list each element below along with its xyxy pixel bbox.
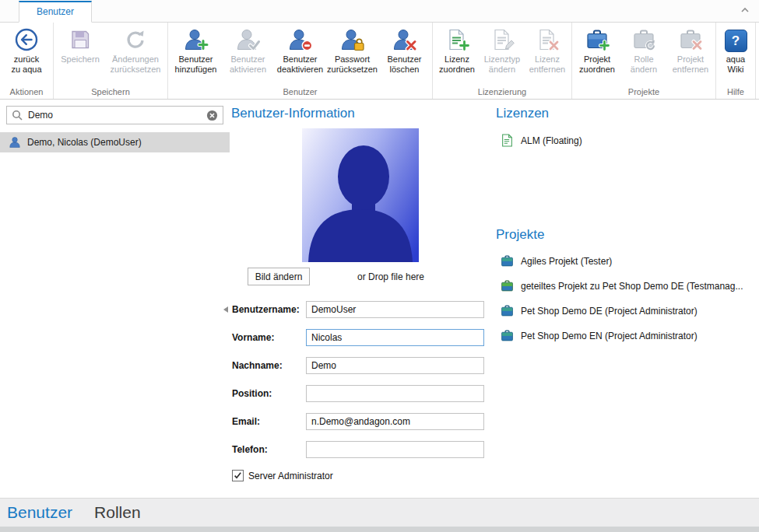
licenses-title: Lizenzen [496, 106, 549, 121]
change-license-type-label: Lizenztyp ändern [484, 54, 520, 75]
project-item-label: Pet Shop Demo DE (Project Administrator) [521, 306, 698, 317]
nachname-input[interactable] [306, 357, 484, 374]
bottom-tab-rollen[interactable]: Rollen [94, 503, 141, 522]
project-briefcase-icon [501, 304, 514, 317]
search-input[interactable] [26, 109, 202, 121]
group-caption-speichern: Speichern [54, 87, 167, 99]
ribbon-group-hilfe: ? aqua Wiki Hilfe [716, 23, 756, 99]
assign-project-label: Projekt zuordnen [579, 54, 615, 75]
form-row-telefon: Telefon: [231, 441, 488, 460]
bottom-tab-benutzer[interactable]: Benutzer [7, 503, 72, 522]
bottom-tabbar: Benutzer Rollen [0, 498, 759, 527]
nachname-label: Nachname: [232, 360, 283, 371]
reset-password-button[interactable]: Passwort zurücksetzen [326, 23, 378, 87]
aqua-wiki-button[interactable]: ? aqua Wiki [718, 23, 754, 87]
delete-user-button[interactable]: Benutzer löschen [378, 23, 430, 87]
change-license-type-button: Lizenztyp ändern [480, 23, 525, 87]
group-caption-aktionen: Aktionen [0, 87, 53, 99]
telefon-input[interactable] [306, 441, 484, 458]
position-input[interactable] [306, 385, 484, 402]
search-icon [12, 110, 23, 121]
license-change-icon [490, 27, 515, 52]
ribbon-group-speichern: Speichern Änderungen zurücksetzen Speich… [54, 23, 168, 99]
remove-license-label: Lizenz entfernen [529, 54, 565, 75]
user-info-title: Benutzer-Information [231, 106, 355, 121]
project-item-label: Agiles Projekt (Tester) [521, 256, 612, 267]
user-add-icon [184, 27, 209, 52]
deactivate-user-button[interactable]: Benutzer deaktivieren [274, 23, 326, 87]
license-icon [501, 134, 514, 147]
server-admin-label: Server Administrator [248, 471, 333, 481]
email-input[interactable] [306, 413, 484, 430]
form-row-benutzername: Benutzername: [231, 301, 488, 320]
avatar-silhouette-icon [302, 128, 419, 262]
back-arrow-icon [14, 27, 39, 52]
ribbon: zurück zu aqua Aktionen Speichern Änderu… [0, 23, 759, 100]
license-assign-icon [445, 27, 469, 52]
server-admin-row: Server Administrator [232, 470, 333, 481]
remove-license-button: Lizenz entfernen [525, 23, 570, 87]
vorname-input[interactable] [306, 329, 484, 346]
remove-project-button: Projekt entfernen [667, 23, 714, 87]
add-user-label: Benutzer hinzufügen [175, 54, 217, 75]
deactivate-user-label: Benutzer deaktivieren [277, 54, 323, 75]
user-list-panel: Demo, Nicolas (DemoUser) [0, 100, 230, 498]
group-caption-hilfe: Hilfe [716, 87, 755, 99]
telefon-label: Telefon: [232, 444, 268, 455]
ribbon-tabstrip: Benutzer [0, 0, 759, 23]
activate-user-button: Benutzer aktivieren [222, 23, 274, 87]
project-remove-icon [678, 27, 703, 52]
user-delete-icon [392, 27, 417, 52]
project-list-item: Pet Shop Demo DE (Project Administrator) [501, 304, 698, 317]
check-icon [234, 471, 242, 480]
add-user-button[interactable]: Benutzer hinzufügen [170, 23, 222, 87]
projects-title: Projekte [496, 227, 544, 243]
bottom-strip [0, 527, 759, 532]
password-lock-icon [340, 27, 365, 52]
benutzername-label: Benutzername: [232, 304, 300, 315]
back-to-aqua-button[interactable]: zurück zu aqua [2, 23, 51, 87]
project-list-item: Agiles Projekt (Tester) [501, 254, 612, 268]
user-list-item[interactable]: Demo, Nicolas (DemoUser) [0, 132, 230, 152]
project-list-item: geteiltes Projekt zu Pet Shop Demo DE (T… [501, 279, 743, 292]
change-role-button: Rolle ändern [620, 23, 667, 87]
user-search-box [6, 106, 223, 124]
ribbon-tab-benutzer[interactable]: Benutzer [19, 1, 92, 23]
license-remove-icon [535, 27, 560, 52]
user-activate-icon [236, 27, 261, 52]
project-assign-icon [585, 27, 610, 52]
project-briefcase-icon [501, 254, 514, 268]
role-change-icon [631, 27, 656, 52]
change-image-button[interactable]: Bild ändern [248, 268, 310, 285]
assign-license-label: Lizenz zuordnen [439, 54, 475, 75]
server-admin-checkbox[interactable] [232, 470, 244, 481]
ribbon-group-benutzer: Benutzer hinzufügen Benutzer aktivieren … [168, 23, 433, 99]
user-icon [9, 136, 21, 149]
reset-password-label: Passwort zurücksetzen [327, 54, 378, 75]
form-row-vorname: Vorname: [231, 329, 488, 348]
group-caption-projekte: Projekte [572, 87, 715, 99]
project-item-label: geteiltes Projekt zu Pet Shop Demo DE (T… [521, 281, 743, 292]
license-item-label: ALM (Floating) [521, 135, 582, 146]
remove-project-label: Projekt entfernen [673, 54, 708, 75]
group-caption-benutzer: Benutzer [168, 87, 432, 99]
project-item-label: Pet Shop Demo EN (Project Administrator) [521, 331, 698, 341]
vorname-label: Vorname: [232, 332, 274, 343]
save-label: Speichern [61, 54, 100, 65]
email-label: Email: [232, 416, 260, 427]
benutzername-input[interactable] [306, 301, 484, 318]
drop-file-hint: or Drop file here [325, 271, 457, 282]
project-briefcase-icon [501, 329, 514, 342]
form-row-email: Email: [231, 413, 488, 432]
collapse-ribbon-icon[interactable] [740, 7, 750, 13]
assign-project-button[interactable]: Projekt zuordnen [574, 23, 620, 87]
shared-project-briefcase-icon [501, 279, 514, 292]
ribbon-group-projekte: Projekt zuordnen Rolle ändern Projekt en… [572, 23, 716, 99]
group-caption-lizenzierung: Lizenzierung [433, 87, 571, 99]
assign-license-button[interactable]: Lizenz zuordnen [434, 23, 480, 87]
clear-search-icon[interactable] [206, 110, 218, 121]
user-list-item-label: Demo, Nicolas (DemoUser) [27, 137, 142, 148]
delete-user-label: Benutzer löschen [387, 54, 421, 75]
position-label: Position: [232, 388, 272, 399]
reset-changes-button: Änderungen zurücksetzen [105, 23, 166, 87]
